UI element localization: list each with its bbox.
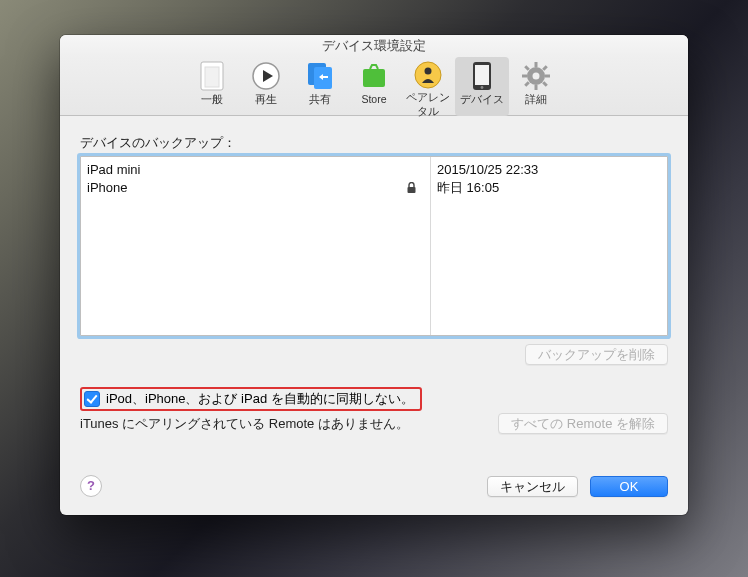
backups-date-column: 2015/10/25 22:33 昨日 16:05 — [431, 157, 667, 335]
backups-list[interactable]: iPad mini iPhone 2015/10/25 22:33 昨日 16:… — [80, 156, 668, 336]
svg-rect-21 — [524, 81, 530, 87]
device-icon — [466, 60, 498, 92]
store-icon — [358, 60, 390, 92]
delete-backup-button[interactable]: バックアップを削除 — [525, 344, 668, 365]
tab-general[interactable]: 一般 — [185, 57, 239, 116]
svg-rect-16 — [522, 75, 527, 78]
backup-row[interactable]: iPad mini — [87, 161, 424, 179]
cancel-button[interactable]: キャンセル — [487, 476, 578, 497]
svg-rect-6 — [363, 69, 385, 87]
preferences-window: デバイス環境設定 一般 再生 共有 — [60, 35, 688, 515]
tab-store[interactable]: Store — [347, 57, 401, 116]
backup-date: 2015/10/25 22:33 — [437, 161, 661, 179]
svg-rect-19 — [542, 81, 548, 87]
lock-icon — [406, 182, 424, 194]
forget-remotes-button[interactable]: すべての Remote を解除 — [498, 413, 668, 434]
svg-point-7 — [415, 62, 441, 88]
gear-icon — [520, 60, 552, 92]
sharing-icon — [304, 60, 336, 92]
svg-point-13 — [533, 73, 540, 80]
prevent-auto-sync-label: iPod、iPhone、および iPad を自動的に同期しない。 — [106, 390, 414, 408]
tab-label: 詳細 — [525, 93, 547, 107]
backup-name: iPad mini — [87, 161, 406, 179]
tab-label: 再生 — [255, 93, 277, 107]
backups-name-column: iPad mini iPhone — [81, 157, 431, 335]
tab-label: 一般 — [201, 93, 223, 107]
svg-rect-22 — [408, 187, 416, 193]
content-area: デバイスのバックアップ： iPad mini iPhone 201 — [60, 116, 688, 475]
tab-parental[interactable]: ペアレンタル — [401, 57, 455, 116]
highlight-annotation: iPod、iPhone、および iPad を自動的に同期しない。 — [80, 387, 422, 411]
desktop-background: デバイス環境設定 一般 再生 共有 — [0, 0, 748, 577]
help-button[interactable]: ? — [80, 475, 102, 497]
svg-point-8 — [425, 68, 432, 75]
remote-info-text: iTunes にペアリングされている Remote はありません。 — [80, 415, 498, 433]
svg-rect-14 — [535, 62, 538, 67]
general-icon — [196, 60, 228, 92]
svg-rect-10 — [475, 65, 489, 85]
svg-rect-17 — [545, 75, 550, 78]
tab-label: ペアレンタル — [401, 91, 455, 119]
tab-label: デバイス — [460, 93, 504, 107]
tab-advanced[interactable]: 詳細 — [509, 57, 563, 116]
svg-point-11 — [481, 86, 484, 89]
tab-playback[interactable]: 再生 — [239, 57, 293, 116]
svg-rect-18 — [524, 65, 530, 71]
tab-label: 共有 — [309, 93, 331, 107]
backup-date: 昨日 16:05 — [437, 179, 661, 197]
play-icon — [250, 60, 282, 92]
tab-sharing[interactable]: 共有 — [293, 57, 347, 116]
parental-icon — [412, 60, 444, 90]
backup-name: iPhone — [87, 179, 406, 197]
backup-row[interactable]: iPhone — [87, 179, 424, 197]
svg-rect-1 — [205, 67, 219, 87]
window-title: デバイス環境設定 — [60, 35, 688, 57]
prevent-auto-sync-checkbox[interactable] — [84, 391, 100, 407]
svg-rect-15 — [535, 85, 538, 90]
footer: ? キャンセル OK — [60, 475, 688, 515]
tab-devices[interactable]: デバイス — [455, 57, 509, 116]
ok-button[interactable]: OK — [590, 476, 668, 497]
preferences-toolbar: 一般 再生 共有 Store — [60, 57, 688, 116]
tab-label: Store — [361, 93, 386, 105]
backups-section-label: デバイスのバックアップ： — [80, 134, 668, 152]
svg-rect-20 — [542, 65, 548, 71]
